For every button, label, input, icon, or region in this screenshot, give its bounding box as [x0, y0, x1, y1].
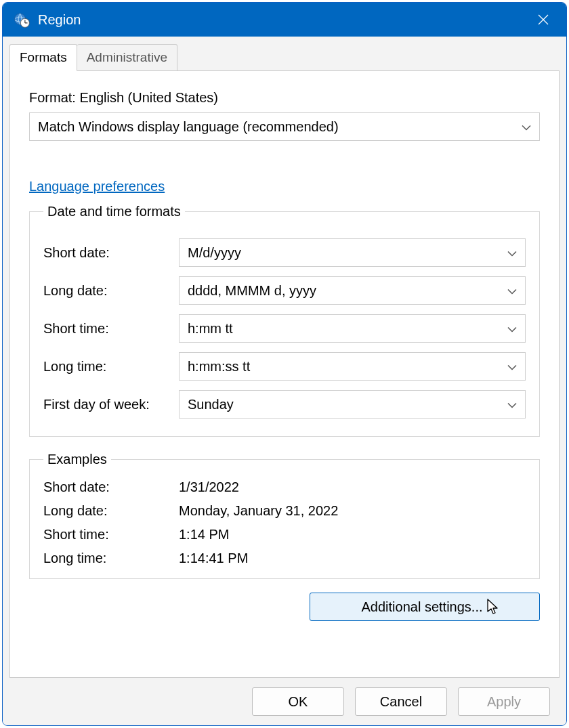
- first-day-combo[interactable]: Sunday: [179, 390, 526, 419]
- chevron-down-icon: [507, 321, 517, 337]
- tab-formats[interactable]: Formats: [9, 44, 77, 71]
- long-time-label: Long time:: [43, 359, 179, 374]
- datetime-formats-group: Date and time formats Short date: M/d/yy…: [29, 204, 540, 437]
- format-combo-value: Match Windows display language (recommen…: [38, 119, 339, 135]
- chevron-down-icon: [507, 397, 517, 412]
- apply-button[interactable]: Apply: [458, 687, 550, 716]
- chevron-down-icon: [507, 359, 517, 374]
- short-time-label: Short time:: [43, 321, 179, 337]
- short-date-combo[interactable]: M/d/yyyy: [179, 238, 526, 267]
- examples-group: Examples Short date: 1/31/2022 Long date…: [29, 452, 540, 579]
- region-dialog: Region Formats Administrative Format: En…: [2, 2, 567, 726]
- short-date-value: M/d/yyyy: [188, 245, 241, 261]
- ex-short-date-label: Short date:: [43, 479, 179, 495]
- chevron-down-icon: [507, 245, 517, 261]
- ex-long-date-value: Monday, January 31, 2022: [179, 503, 338, 519]
- globe-clock-icon: [12, 10, 31, 29]
- short-time-combo[interactable]: h:mm tt: [179, 314, 526, 343]
- long-time-combo[interactable]: h:mm:ss tt: [179, 352, 526, 381]
- ex-long-time-label: Long time:: [43, 551, 179, 566]
- long-date-combo[interactable]: dddd, MMMM d, yyyy: [179, 276, 526, 305]
- additional-settings-label: Additional settings...: [362, 599, 483, 615]
- tab-panel-formats: Format: English (United States) Match Wi…: [9, 70, 560, 678]
- short-date-label: Short date:: [43, 245, 179, 261]
- tabstrip: Formats Administrative: [9, 44, 560, 71]
- dialog-button-row: OK Cancel Apply: [9, 678, 560, 725]
- first-day-value: Sunday: [188, 397, 234, 412]
- window-title: Region: [38, 12, 530, 28]
- long-date-value: dddd, MMMM d, yyyy: [188, 283, 316, 299]
- short-time-value: h:mm tt: [188, 321, 233, 337]
- format-label: Format: English (United States): [29, 90, 540, 106]
- long-date-label: Long date:: [43, 283, 179, 299]
- ex-long-time-value: 1:14:41 PM: [179, 551, 248, 566]
- client-area: Formats Administrative Format: English (…: [3, 37, 566, 725]
- datetime-formats-legend: Date and time formats: [43, 204, 185, 219]
- chevron-down-icon: [522, 119, 531, 135]
- close-button[interactable]: [530, 6, 557, 33]
- ex-short-time-value: 1:14 PM: [179, 527, 229, 542]
- ex-short-date-value: 1/31/2022: [179, 479, 239, 495]
- tab-administrative[interactable]: Administrative: [77, 44, 177, 71]
- cursor-icon: [486, 598, 499, 616]
- first-day-label: First day of week:: [43, 397, 179, 412]
- titlebar: Region: [3, 3, 566, 37]
- ex-long-date-label: Long date:: [43, 503, 179, 519]
- cancel-button[interactable]: Cancel: [355, 687, 447, 716]
- long-time-value: h:mm:ss tt: [188, 359, 250, 374]
- language-preferences-link[interactable]: Language preferences: [29, 179, 165, 194]
- additional-settings-button[interactable]: Additional settings...: [310, 593, 540, 621]
- examples-legend: Examples: [43, 452, 111, 467]
- close-icon: [538, 14, 549, 25]
- ok-button[interactable]: OK: [252, 687, 344, 716]
- format-combo[interactable]: Match Windows display language (recommen…: [29, 112, 540, 141]
- chevron-down-icon: [507, 283, 517, 299]
- ex-short-time-label: Short time:: [43, 527, 179, 542]
